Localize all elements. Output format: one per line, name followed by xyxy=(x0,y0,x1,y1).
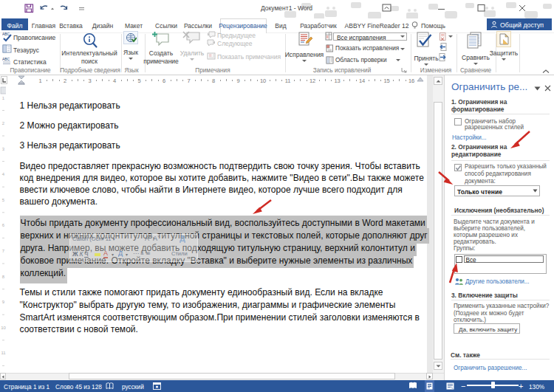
svg-text:8: 8 xyxy=(2,275,5,279)
svg-text:6: 6 xyxy=(2,223,5,227)
svg-text:7: 7 xyxy=(2,249,5,253)
svg-text:5: 5 xyxy=(2,198,5,202)
svg-text:АВС: АВС xyxy=(2,32,10,36)
svg-text:3: 3 xyxy=(2,147,5,151)
svg-text:9: 9 xyxy=(2,300,5,304)
svg-text:АВС: АВС xyxy=(2,57,10,61)
svg-text:4: 4 xyxy=(2,172,5,176)
svg-text:2: 2 xyxy=(2,121,5,125)
svg-text:1: 1 xyxy=(2,96,5,100)
